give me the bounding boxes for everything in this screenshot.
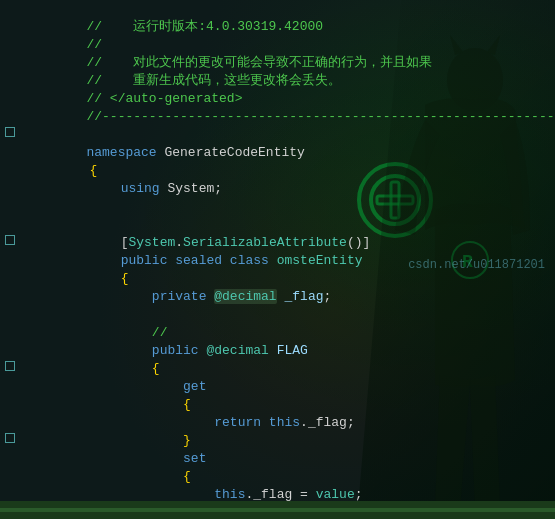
code-line-23: return this._flag; (0, 396, 555, 414)
gutter-23 (0, 396, 20, 397)
gutter-11 (0, 180, 20, 181)
code-line-11 (0, 180, 555, 198)
code-line-5: // </auto-generated> (0, 72, 555, 90)
collapse-button-class[interactable] (5, 235, 15, 245)
gutter-18 (0, 306, 20, 307)
collapse-button-get[interactable] (5, 361, 15, 371)
gutter-15 (0, 252, 20, 253)
gutter-21 (0, 360, 20, 371)
code-line-2: // (0, 18, 555, 36)
gutter-1 (0, 0, 20, 1)
code-line-22: { (0, 378, 555, 396)
code-line-12 (0, 198, 555, 216)
code-line-24: } (0, 414, 555, 432)
gutter-8 (0, 126, 20, 137)
gutter-20 (0, 342, 20, 343)
code-line-10: using System; (0, 162, 555, 180)
code-line-16: private @decimal _flag; (0, 270, 555, 288)
code-line-27: this._flag = value; (0, 468, 555, 486)
code-line-3: // 对此文件的更改可能会导致不正确的行为，并且如果 (0, 36, 555, 54)
gutter-14 (0, 234, 20, 245)
code-line-1: // 运行时版本:4.0.30319.42000 (0, 0, 555, 18)
gutter-6 (0, 90, 20, 91)
code-area: // 运行时版本:4.0.30319.42000 // // 对此文件的更改可能… (0, 0, 555, 519)
gutter-4 (0, 54, 20, 55)
code-line-14: public sealed class omsteEntity (0, 234, 555, 252)
gutter-27 (0, 468, 20, 469)
collapse-button-namespace[interactable] (5, 127, 15, 137)
gutter-22 (0, 378, 20, 379)
status-bar-content (0, 508, 555, 512)
code-line-18: // (0, 306, 555, 324)
gutter-12 (0, 198, 20, 199)
code-line-6: //--------------------------------------… (0, 90, 555, 108)
gutter-25 (0, 432, 20, 443)
line-content-17 (23, 288, 555, 306)
editor-container: R // 运行时版本:4.0.30319.42000 // // 对此文 (0, 0, 555, 519)
code-line-9: { (0, 144, 555, 162)
gutter-9 (0, 144, 20, 145)
gutter-26 (0, 450, 20, 451)
code-line-15: { (0, 252, 555, 270)
line-content-12 (23, 198, 555, 216)
status-bar (0, 501, 555, 519)
code-line-20: { (0, 342, 555, 360)
gutter-13 (0, 216, 20, 217)
code-line-13: [System.SerializableAttribute()] (0, 216, 555, 234)
gutter-2 (0, 18, 20, 19)
collapse-button-set[interactable] (5, 433, 15, 443)
code-line-19: public @decimal FLAG (0, 324, 555, 342)
gutter-19 (0, 324, 20, 325)
gutter-28 (0, 486, 20, 487)
code-line-7 (0, 108, 555, 126)
gutter-5 (0, 72, 20, 73)
code-line-8: namespace GenerateCodeEntity (0, 126, 555, 144)
gutter-16 (0, 270, 20, 271)
code-line-26: { (0, 450, 555, 468)
code-line-17 (0, 288, 555, 306)
code-line-4: // 重新生成代码，这些更改将会丢失。 (0, 54, 555, 72)
gutter-24 (0, 414, 20, 415)
line-content-7 (20, 108, 555, 126)
gutter-3 (0, 36, 20, 37)
gutter-17 (0, 288, 20, 289)
line-content-11 (23, 180, 555, 198)
gutter-7 (0, 108, 20, 109)
gutter-10 (0, 162, 20, 163)
code-line-21: get (0, 360, 555, 378)
code-line-25: set (0, 432, 555, 450)
